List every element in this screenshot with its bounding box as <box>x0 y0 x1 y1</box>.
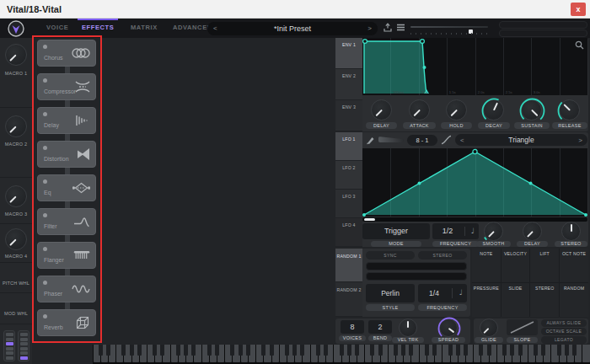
lfo-frequency-value[interactable]: 1/2 <box>432 223 463 239</box>
piano-black-key[interactable] <box>518 345 523 356</box>
note-icon[interactable]: ♩ <box>459 288 463 297</box>
lfo-smooth-knob[interactable] <box>484 222 503 241</box>
piano-black-key[interactable] <box>565 345 569 356</box>
piano-black-key[interactable] <box>324 345 328 356</box>
piano-black-key[interactable] <box>130 345 134 356</box>
lfo-stereo-knob[interactable] <box>561 222 581 241</box>
piano-black-key[interactable] <box>340 345 344 356</box>
piano-black-key[interactable] <box>464 345 468 356</box>
mod-source-velocity[interactable]: VELOCITY <box>502 249 530 282</box>
piano-black-key[interactable] <box>230 345 234 356</box>
random-frequency-value[interactable]: 1/4 <box>418 284 450 302</box>
octave-scale-button[interactable]: OCTAVE SCALE <box>541 328 587 335</box>
effect-phaser-box[interactable]: Phaser <box>37 276 96 302</box>
lfo-mode-dropdown[interactable]: Trigger <box>362 223 430 239</box>
piano-white-key[interactable] <box>582 345 589 362</box>
piano-black-key[interactable] <box>557 345 561 356</box>
effect-enable-led[interactable] <box>43 179 47 184</box>
glide-knob[interactable] <box>480 318 498 337</box>
tab-env-1[interactable]: ENV 1 <box>335 38 362 69</box>
paint-brush-icon[interactable] <box>366 135 376 145</box>
tab-lfo-1[interactable]: LFO 1 <box>335 132 362 161</box>
spread-knob[interactable] <box>439 318 458 337</box>
piano-black-key[interactable] <box>261 345 266 356</box>
macro-1-knob[interactable] <box>5 44 27 66</box>
piano-black-key[interactable] <box>99 345 103 356</box>
effect-eq-box[interactable]: Eq <box>37 174 96 201</box>
piano-black-key[interactable] <box>270 345 274 356</box>
piano-black-key[interactable] <box>355 345 359 356</box>
piano-black-key[interactable] <box>191 345 196 356</box>
mod-source-pressure[interactable]: PRESSURE <box>472 283 501 318</box>
tab-random-1[interactable]: RANDOM 1 <box>335 249 362 282</box>
pitch-wheel[interactable] <box>3 330 15 361</box>
tab-effects[interactable]: EFFECTS <box>82 24 114 31</box>
mod-source-note[interactable]: NOTE <box>472 249 501 282</box>
tab-voice[interactable]: VOICE <box>46 24 68 31</box>
preset-next-button[interactable]: > <box>367 24 372 32</box>
random-sync-button[interactable]: SYNC <box>366 251 415 260</box>
tab-lfo-2[interactable]: LFO 2 <box>335 161 362 190</box>
mod-source-slide[interactable]: SLIDE <box>502 283 530 318</box>
piano-black-key[interactable] <box>316 345 320 356</box>
piano-black-key[interactable] <box>572 345 577 356</box>
piano-black-key[interactable] <box>300 345 304 356</box>
piano-black-key[interactable] <box>432 345 437 356</box>
piano-black-key[interactable] <box>292 345 297 356</box>
piano-black-key[interactable] <box>153 345 157 356</box>
mod-wheel[interactable] <box>18 330 30 361</box>
env-release-knob[interactable] <box>559 99 580 120</box>
lfo-grid-selector[interactable]: 8 - 1 <box>407 135 437 146</box>
lfo-delay-knob[interactable] <box>523 222 542 241</box>
always-glide-button[interactable]: ALWAYS GLIDE <box>541 319 587 327</box>
piano-black-key[interactable] <box>378 345 383 356</box>
piano-black-key[interactable] <box>487 345 491 356</box>
preset-browser[interactable]: < *Init Preset > <box>207 22 378 35</box>
piano-black-key[interactable] <box>534 345 538 356</box>
note-icon[interactable]: ♩ <box>471 227 475 235</box>
random-stereo-button[interactable]: STEREO <box>418 251 467 260</box>
bend-value[interactable]: 2 <box>368 320 392 334</box>
piano-black-key[interactable] <box>541 345 545 356</box>
piano-black-key[interactable] <box>347 345 351 356</box>
piano-black-key[interactable] <box>106 345 110 356</box>
tab-random-2[interactable]: RANDOM 2 <box>335 282 362 317</box>
mod-source-stereo[interactable]: STEREO <box>530 283 559 318</box>
env-delay-knob[interactable] <box>371 99 392 120</box>
env-sustain-knob[interactable] <box>521 99 542 120</box>
piano-black-key[interactable] <box>215 345 219 356</box>
preset-name[interactable]: *Init Preset <box>207 22 378 35</box>
tab-matrix[interactable]: MATRIX <box>131 24 158 31</box>
close-button[interactable]: x <box>571 3 586 16</box>
piano-black-key[interactable] <box>448 345 453 356</box>
piano-black-key[interactable] <box>207 345 212 356</box>
piano-black-key[interactable] <box>285 345 289 356</box>
effect-enable-led[interactable] <box>43 314 47 318</box>
effect-flanger-box[interactable]: Flanger <box>37 242 96 269</box>
piano-black-key[interactable] <box>246 345 250 356</box>
lfo-shape-next[interactable]: > <box>578 136 582 144</box>
lfo-display[interactable] <box>362 148 587 217</box>
lfo-shape-selector[interactable]: < Triangle > <box>455 134 587 146</box>
effect-enable-led[interactable] <box>43 146 47 150</box>
legato-button[interactable]: LEGATO <box>541 336 587 344</box>
effect-delay-box[interactable]: Delay <box>37 107 96 134</box>
piano-black-key[interactable] <box>394 345 398 356</box>
mod-source-oct-note[interactable]: OCT NOTE <box>560 249 588 282</box>
lfo-frequency-box[interactable]: 1/2 ♩ <box>432 223 479 239</box>
lfo-phase-scrollbar[interactable] <box>362 217 587 222</box>
piano-black-key[interactable] <box>510 345 514 356</box>
piano-black-key[interactable] <box>456 345 460 356</box>
effect-enable-led[interactable] <box>43 247 47 251</box>
effect-enable-led[interactable] <box>43 112 47 116</box>
piano-black-key[interactable] <box>370 345 374 356</box>
mod-source-random[interactable]: RANDOM <box>560 283 588 318</box>
volume-slider[interactable] <box>410 26 488 28</box>
envelope-display[interactable]: 500ms1.0s1.5s2.0s2.5s3.0s <box>362 38 587 95</box>
random-style-dropdown[interactable]: Perlin <box>366 284 415 302</box>
effect-reverb-box[interactable]: Reverb <box>37 309 96 336</box>
lfo-phase-handle[interactable] <box>364 218 375 221</box>
effect-enable-led[interactable] <box>43 213 47 217</box>
piano-black-key[interactable] <box>239 345 243 356</box>
piano-black-key[interactable] <box>401 345 405 356</box>
